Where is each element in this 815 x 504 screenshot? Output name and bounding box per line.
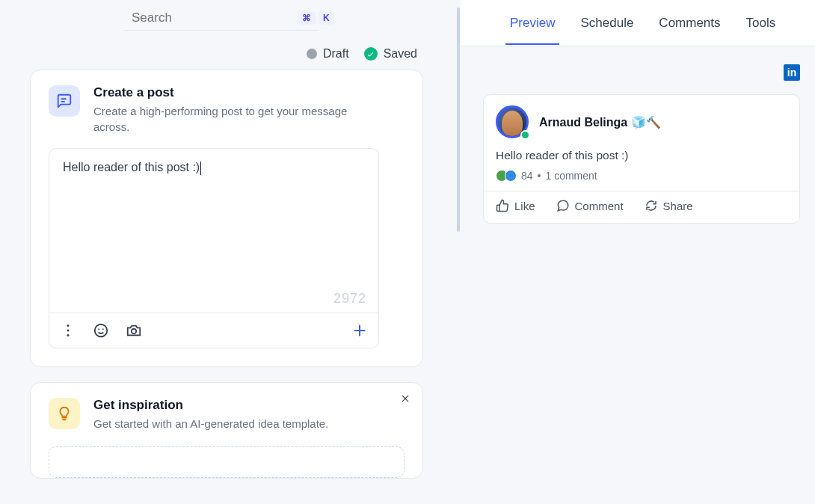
status-row: Draft Saved bbox=[0, 47, 417, 61]
search-input[interactable] bbox=[132, 10, 290, 25]
svg-point-8 bbox=[132, 329, 136, 334]
inspiration-title: Get inspiration bbox=[93, 398, 328, 413]
right-panel: Preview Schedule Comments Tools in Arnau… bbox=[461, 0, 815, 504]
comments-count: 1 comment bbox=[545, 170, 597, 182]
kbd-cmd: ⌘ bbox=[298, 11, 316, 25]
check-icon bbox=[364, 47, 378, 61]
post-actions: Like Comment Share bbox=[484, 191, 799, 212]
kbd-k: K bbox=[319, 11, 334, 25]
reaction-like-icon bbox=[505, 170, 517, 182]
comment-label: Comment bbox=[575, 200, 624, 212]
status-saved: Saved bbox=[364, 47, 417, 61]
share-label: Share bbox=[663, 200, 693, 212]
post-meta: 84 • 1 comment bbox=[496, 170, 787, 182]
preview-tabs: Preview Schedule Comments Tools bbox=[461, 0, 815, 46]
draft-dot-icon bbox=[307, 49, 317, 59]
inspiration-dropzone[interactable] bbox=[49, 446, 405, 478]
avatar bbox=[496, 105, 529, 138]
thumbs-up-icon bbox=[496, 199, 509, 212]
reaction-count: 84 bbox=[521, 170, 533, 182]
share-button[interactable]: Share bbox=[645, 199, 693, 212]
camera-icon[interactable] bbox=[126, 322, 142, 339]
tab-tools[interactable]: Tools bbox=[746, 2, 776, 44]
status-draft: Draft bbox=[307, 47, 349, 61]
svg-point-2 bbox=[67, 325, 70, 327]
post-author: Arnaud Belinga 🧊🔨 bbox=[539, 115, 661, 129]
share-icon bbox=[645, 199, 658, 212]
search-bar[interactable]: ⌘ K bbox=[124, 10, 319, 31]
compose-header: Create a post Create a high-performing p… bbox=[49, 85, 405, 135]
tab-comments[interactable]: Comments bbox=[659, 2, 720, 44]
linkedin-icon: in bbox=[784, 64, 800, 81]
status-draft-label: Draft bbox=[323, 47, 349, 61]
post-editor: Hello reader of this post :) 2972 bbox=[49, 148, 379, 348]
left-panel: ⌘ K Draft Saved bbox=[0, 0, 461, 504]
text-caret bbox=[200, 162, 201, 175]
tab-preview[interactable]: Preview bbox=[510, 2, 555, 44]
post-header: Arnaud Belinga 🧊🔨 bbox=[496, 105, 787, 138]
post-textarea[interactable]: Hello reader of this post :) bbox=[49, 149, 378, 291]
svg-point-5 bbox=[95, 325, 108, 337]
comment-button[interactable]: Comment bbox=[556, 199, 624, 212]
post-body: Hello reader of this post :) bbox=[496, 149, 787, 162]
reaction-icons bbox=[496, 170, 517, 182]
compose-icon bbox=[49, 85, 80, 117]
inspiration-card: Get inspiration Get started with an AI-g… bbox=[30, 382, 423, 479]
compose-card: Create a post Create a high-performing p… bbox=[30, 70, 423, 367]
svg-point-4 bbox=[67, 334, 70, 336]
like-label: Like bbox=[514, 200, 535, 212]
status-saved-label: Saved bbox=[384, 47, 417, 61]
linkedin-post-preview: Arnaud Belinga 🧊🔨 Hello reader of this p… bbox=[483, 94, 800, 224]
svg-point-6 bbox=[98, 328, 99, 330]
search-shortcut: ⌘ K bbox=[298, 11, 334, 25]
svg-point-7 bbox=[102, 328, 104, 330]
presence-dot-icon bbox=[520, 130, 530, 140]
lightbulb-icon bbox=[49, 398, 80, 429]
inspiration-subtitle: Get started with an AI-generated idea te… bbox=[93, 416, 328, 431]
add-icon[interactable] bbox=[351, 322, 368, 339]
svg-point-3 bbox=[67, 330, 70, 332]
post-text-content: Hello reader of this post :) bbox=[63, 161, 200, 173]
left-scroll: Create a post Create a high-performing p… bbox=[0, 70, 453, 504]
emoji-icon[interactable] bbox=[93, 322, 109, 339]
tab-schedule[interactable]: Schedule bbox=[580, 2, 633, 44]
more-icon[interactable] bbox=[60, 322, 76, 339]
editor-toolbar bbox=[49, 313, 378, 348]
char-counter: 2972 bbox=[49, 291, 378, 313]
inspiration-header: Get inspiration Get started with an AI-g… bbox=[49, 398, 405, 431]
compose-title: Create a post bbox=[93, 85, 363, 100]
close-inspiration-button[interactable] bbox=[400, 393, 410, 407]
preview-body: in Arnaud Belinga 🧊🔨 Hello reader of thi… bbox=[461, 46, 815, 224]
like-button[interactable]: Like bbox=[496, 199, 535, 212]
compose-subtitle: Create a high-performing post to get you… bbox=[93, 103, 363, 135]
comment-icon bbox=[556, 199, 570, 212]
